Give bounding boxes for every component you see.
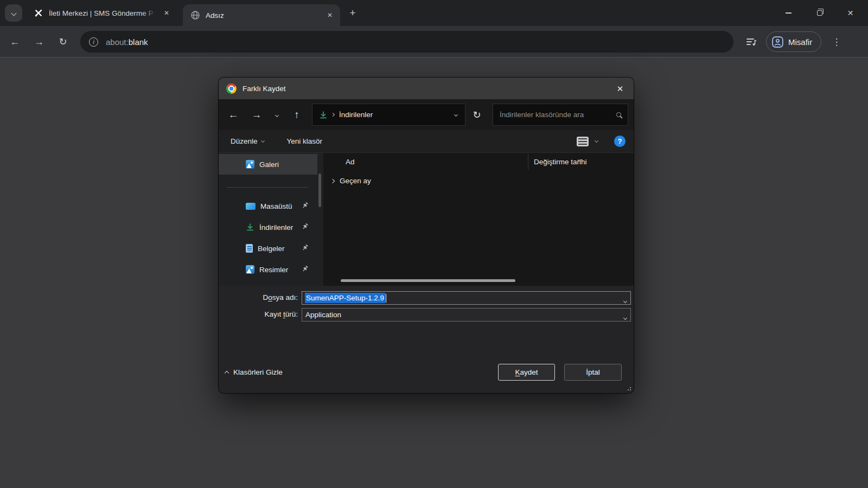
media-controls-button[interactable] xyxy=(743,34,760,49)
recent-locations-chevron-icon xyxy=(275,113,278,117)
address-bar[interactable]: i about:blank xyxy=(80,31,733,53)
breadcrumb-location[interactable]: İndirilenler xyxy=(339,111,373,119)
back-icon: ← xyxy=(10,36,20,48)
horizontal-scrollbar[interactable] xyxy=(341,279,515,282)
group-row-last-month[interactable]: Geçen ay xyxy=(331,177,371,185)
up-icon: ↑ xyxy=(294,109,299,121)
hide-folders-button[interactable]: Klasörleri Gizle xyxy=(225,368,283,376)
close-icon: ✕ xyxy=(847,9,854,17)
dialog-search-box xyxy=(493,104,628,126)
new-folder-button[interactable]: Yeni klasör xyxy=(287,137,323,145)
pin-icon xyxy=(302,244,309,251)
browser-toolbar: ← → ↻ i about:blank Misafir ⋮ xyxy=(0,26,868,57)
filetype-label: Kayıt türü: xyxy=(219,308,298,321)
tab-title-fade xyxy=(142,9,156,17)
group-expander-icon[interactable] xyxy=(330,178,335,183)
filename-selected-text: SumenAPP-Setup-1.2.9 xyxy=(305,293,385,303)
close-icon: ✕ xyxy=(617,84,624,94)
sidebar-item-label: Belgeler xyxy=(258,245,285,253)
sidebar-item-belgeler[interactable]: Belgeler xyxy=(219,238,317,259)
column-header-date-modified[interactable]: Değiştirme tarihi xyxy=(534,158,587,166)
organize-label: Düzenle xyxy=(231,137,258,145)
new-folder-label: Yeni klasör xyxy=(287,137,323,145)
profile-avatar-icon xyxy=(772,36,783,48)
back-icon: ← xyxy=(228,109,239,121)
forward-button[interactable]: → xyxy=(31,34,47,49)
resize-grip[interactable] xyxy=(626,386,631,391)
search-icon[interactable] xyxy=(616,112,621,117)
view-mode-dropdown[interactable] xyxy=(595,141,598,142)
text-caret xyxy=(386,294,386,303)
dialog-title: Farklı Kaydet xyxy=(242,85,286,93)
save-button[interactable]: Kaydet xyxy=(498,364,555,381)
pin-icon xyxy=(302,223,309,230)
column-header-name[interactable]: Ad xyxy=(346,158,355,166)
organize-button[interactable]: Düzenle xyxy=(231,137,264,145)
file-list-pane: Ad Değiştirme tarihi Geçen ay xyxy=(323,153,634,286)
url-text: about:blank xyxy=(106,37,148,47)
window-minimize-button[interactable] xyxy=(773,0,804,26)
sidebar-item-label: Galeri xyxy=(259,160,279,169)
filetype-select[interactable]: Application xyxy=(302,308,631,322)
dialog-search-input[interactable] xyxy=(500,111,616,119)
view-mode-button[interactable] xyxy=(577,137,589,146)
filetype-dropdown-icon[interactable] xyxy=(624,313,627,321)
filename-input[interactable]: SumenAPP-Setup-1.2.9 xyxy=(302,291,631,305)
tab-close-button[interactable]: ✕ xyxy=(325,10,335,20)
column-separator[interactable] xyxy=(528,154,528,170)
downloads-icon xyxy=(246,223,254,232)
dialog-command-bar: Düzenle Yeni klasör ? xyxy=(219,130,634,153)
filename-label: Dosya adı: xyxy=(219,291,298,304)
browser-menu-button[interactable]: ⋮ xyxy=(830,34,843,49)
recent-locations-button[interactable] xyxy=(269,107,285,123)
profile-button[interactable]: Misafir xyxy=(766,31,821,52)
tab-sms-gonderme[interactable]: İleti Merkezi | SMS Gönderme P ✕ xyxy=(26,0,177,26)
cancel-button[interactable]: İptal xyxy=(564,364,622,381)
window-restore-button[interactable] xyxy=(804,0,835,26)
pictures-icon xyxy=(246,265,254,274)
breadcrumb-chevron-icon xyxy=(331,113,335,117)
help-button[interactable]: ? xyxy=(614,136,626,147)
dialog-back-button[interactable]: ← xyxy=(225,107,241,123)
window-controls: ✕ xyxy=(773,0,866,26)
save-as-dialog: Farklı Kaydet ✕ ← → ↑ İndirilenler ↻ Düz… xyxy=(219,78,634,393)
browser-tab-bar: İleti Merkezi | SMS Gönderme P ✕ Adsız ✕… xyxy=(0,0,868,26)
sidebar-scrollbar[interactable] xyxy=(318,174,321,207)
refresh-icon: ↻ xyxy=(473,109,481,121)
page-info-icon[interactable]: i xyxy=(89,37,98,47)
sidebar-item-masaustu[interactable]: Masaüstü xyxy=(219,196,317,216)
dialog-forward-button[interactable]: → xyxy=(248,107,265,123)
minimize-icon xyxy=(786,12,792,14)
new-tab-button[interactable]: + xyxy=(346,7,359,20)
forward-icon: → xyxy=(252,109,262,121)
address-breadcrumb-bar[interactable]: İndirilenler xyxy=(312,104,465,126)
tab-close-button[interactable]: ✕ xyxy=(162,8,171,18)
restore-icon xyxy=(817,10,822,16)
sidebar-item-resimler[interactable]: Resimler xyxy=(219,259,317,280)
sidebar-item-indirilenler[interactable]: İndirilenler xyxy=(219,217,317,237)
reload-button[interactable]: ↻ xyxy=(55,34,71,49)
address-dropdown-chevron-icon[interactable] xyxy=(454,113,458,117)
chrome-logo-icon xyxy=(226,84,237,94)
dialog-title-bar[interactable]: Farklı Kaydet xyxy=(219,78,634,99)
tab-adsiz-active[interactable]: Adsız ✕ xyxy=(183,4,340,26)
view-details-icon xyxy=(577,137,589,146)
downloads-icon xyxy=(319,111,328,119)
dialog-footer: Dosya adı: SumenAPP-Setup-1.2.9 Kayıt tü… xyxy=(219,286,634,393)
tab-search-button[interactable] xyxy=(5,4,22,22)
tab-title: Adsız xyxy=(206,11,320,20)
window-close-button[interactable]: ✕ xyxy=(835,0,866,26)
filename-dropdown-icon[interactable] xyxy=(624,296,627,304)
reload-icon: ↻ xyxy=(59,36,67,48)
dialog-up-button[interactable]: ↑ xyxy=(289,107,305,123)
documents-icon xyxy=(246,244,253,253)
back-button[interactable]: ← xyxy=(7,34,22,49)
dialog-refresh-button[interactable]: ↻ xyxy=(469,107,485,123)
dialog-close-button[interactable]: ✕ xyxy=(613,82,627,95)
sidebar-item-galeri[interactable]: Galeri xyxy=(219,154,317,175)
tab-search-chevron-icon xyxy=(11,10,16,16)
profile-label: Misafir xyxy=(788,37,812,47)
hide-folders-label: Klasörleri Gizle xyxy=(233,368,283,376)
dialog-navigation-bar: ← → ↑ İndirilenler ↻ xyxy=(219,99,634,130)
tab-title: İleti Merkezi | SMS Gönderme P xyxy=(49,9,156,17)
